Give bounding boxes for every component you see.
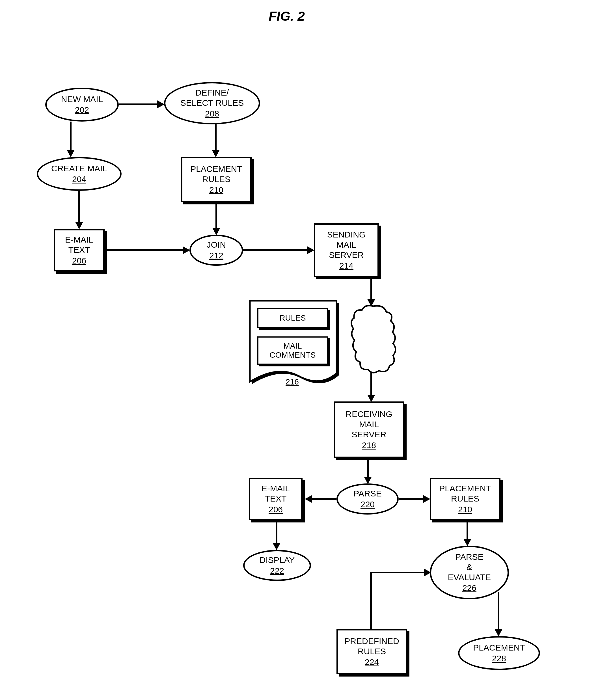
arrow — [467, 523, 468, 539]
node-create-mail: CREATE MAIL 204 — [37, 157, 121, 191]
arrow — [78, 191, 80, 222]
doc-box-label: MAIL COMMENTS — [270, 342, 315, 360]
node-placement-rules-2: PLACEMENT RULES 210 — [430, 478, 500, 520]
node-label: PLACEMENT RULES — [439, 484, 491, 504]
node-parse: PARSE 220 — [337, 484, 399, 515]
node-label: PREDEFINED RULES — [344, 636, 399, 657]
node-predefined-rules: PREDEFINED RULES 224 — [337, 629, 407, 674]
doc-ref: 216 — [286, 378, 299, 386]
node-ref: 218 — [362, 440, 376, 450]
node-label: PLACEMENT — [473, 643, 525, 653]
arrow — [399, 498, 423, 500]
node-ref: 204 — [72, 174, 86, 184]
node-ref: 206 — [72, 255, 86, 266]
arrow-head-icon — [273, 543, 281, 550]
node-ref: 228 — [492, 653, 506, 663]
arrow-head-icon — [307, 246, 314, 254]
arrow-head-icon — [183, 246, 190, 254]
arrow — [70, 121, 71, 150]
node-label: NEW MAIL — [61, 94, 103, 104]
node-label: JOIN — [207, 240, 226, 250]
doc-box-label: RULES — [279, 314, 306, 322]
node-label: CREATE MAIL — [51, 163, 107, 174]
node-placement: PLACEMENT 228 — [458, 636, 540, 670]
doc-box-rules: RULES — [257, 308, 328, 328]
node-define-rules: DEFINE/ SELECT RULES 208 — [164, 82, 260, 124]
arrow-head-icon — [424, 569, 431, 577]
node-new-mail: NEW MAIL 202 — [45, 88, 119, 121]
arrow-head-icon — [364, 477, 372, 484]
node-label: DISPLAY — [260, 555, 295, 565]
node-ref: 206 — [269, 504, 283, 515]
arrow — [312, 498, 337, 500]
node-label: E-MAIL TEXT — [65, 235, 93, 255]
node-ref: 202 — [75, 105, 89, 115]
node-label: PLACEMENT RULES — [190, 164, 242, 184]
node-label: PARSE — [353, 489, 381, 499]
node-email-text: E-MAIL TEXT 206 — [54, 229, 105, 272]
node-label: E-MAIL TEXT — [262, 484, 290, 504]
arrow-head-icon — [305, 495, 312, 503]
node-ref: 212 — [209, 250, 223, 261]
arrow — [370, 373, 372, 395]
arrow — [107, 249, 183, 251]
arrow-head-icon — [157, 100, 165, 108]
arrow — [370, 279, 372, 299]
node-ref: 226 — [462, 583, 477, 593]
node-document: RULES MAIL COMMENTS 216 — [249, 300, 342, 390]
arrow-head-icon — [212, 228, 220, 235]
node-parse-evaluate: PARSE & EVALUATE 226 — [430, 546, 509, 599]
arrow — [119, 104, 157, 105]
arrow-head-icon — [367, 395, 375, 402]
arrow — [498, 592, 499, 629]
arrow — [370, 572, 372, 629]
arrow — [215, 124, 217, 150]
arrow-head-icon — [423, 495, 430, 503]
arrow — [243, 249, 307, 251]
node-label: DEFINE/ SELECT RULES — [180, 88, 244, 108]
node-join: JOIN 212 — [190, 235, 243, 266]
doc-box-mail-comments: MAIL COMMENTS — [257, 336, 328, 365]
node-ref: 208 — [205, 108, 219, 119]
node-label: SENDING MAIL SERVER — [327, 229, 366, 260]
node-ref: 210 — [458, 504, 472, 515]
arrow-head-icon — [464, 539, 471, 546]
node-ref: 220 — [361, 499, 375, 510]
node-ref: 222 — [270, 566, 284, 576]
arrow-head-icon — [212, 150, 220, 157]
node-placement-rules: PLACEMENT RULES 210 — [181, 157, 252, 202]
arrow-head-icon — [67, 150, 75, 157]
arrow — [367, 460, 369, 477]
node-receiving-server: RECEIVING MAIL SERVER 218 — [334, 401, 404, 458]
flowchart-canvas: FIG. 2 NEW MAIL 202 CREATE MAIL 204 E-MA… — [0, 0, 613, 700]
cloud-icon — [351, 304, 396, 374]
node-email-text-2: E-MAIL TEXT 206 — [249, 478, 302, 520]
figure-title: FIG. 2 — [269, 9, 305, 24]
arrow — [370, 572, 424, 573]
arrow — [276, 523, 277, 543]
node-display: DISPLAY 222 — [243, 550, 311, 581]
arrow-head-icon — [367, 299, 375, 306]
arrow-head-icon — [495, 629, 503, 636]
arrow-head-icon — [75, 222, 83, 229]
node-label: PARSE & EVALUATE — [448, 552, 491, 582]
node-sending-server: SENDING MAIL SERVER 214 — [314, 223, 379, 277]
node-label: RECEIVING MAIL SERVER — [345, 409, 392, 440]
node-ref: 214 — [339, 261, 353, 271]
arrow — [216, 203, 217, 228]
node-ref: 210 — [209, 185, 223, 195]
node-ref: 224 — [365, 657, 379, 667]
